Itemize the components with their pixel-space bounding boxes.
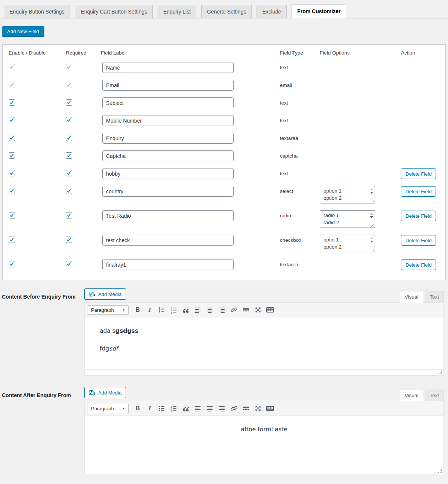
required-checkbox[interactable] <box>66 237 72 243</box>
add-media-button[interactable]: Add Media <box>84 387 126 398</box>
enable-checkbox[interactable] <box>9 261 15 267</box>
paragraph-format-dropdown[interactable]: Paragraph ▼ <box>88 404 129 413</box>
editor-content-area[interactable]: aftoe forml aste <box>85 416 443 468</box>
enable-checkbox[interactable] <box>9 99 15 106</box>
text-tab[interactable]: Text <box>425 390 444 401</box>
tab-enquiry-cart-button-settings[interactable]: Enquiry Cart Button Settings <box>75 5 153 18</box>
field-label-input[interactable] <box>102 235 234 246</box>
align-center-button[interactable] <box>205 305 214 314</box>
enable-checkbox[interactable] <box>9 212 15 218</box>
required-checkbox[interactable] <box>66 117 72 123</box>
visual-tab[interactable]: Visual <box>400 390 424 401</box>
header-enable-disable: Enable / Disable <box>9 50 66 56</box>
required-checkbox[interactable] <box>66 152 72 159</box>
delete-field-button[interactable]: Delete Field <box>401 235 436 246</box>
field-label-input[interactable] <box>102 133 234 144</box>
scroll-down-icon[interactable] <box>370 192 373 194</box>
field-label-input[interactable] <box>102 210 234 221</box>
enable-checkbox[interactable] <box>9 135 15 141</box>
table-row: text <box>3 62 445 73</box>
resize-grip-icon[interactable] <box>371 199 374 203</box>
field-options-textarea[interactable]: radio 1radio 2 <box>320 210 375 228</box>
align-right-button[interactable] <box>217 305 226 314</box>
link-button[interactable] <box>229 404 238 413</box>
enable-checkbox[interactable] <box>9 237 15 243</box>
checkmark-icon <box>9 212 15 218</box>
blockquote-button[interactable]: “ <box>181 305 190 314</box>
field-label-input[interactable] <box>102 80 234 91</box>
tab-general-settings[interactable]: General Settings <box>201 5 252 18</box>
field-type-text: textarea <box>280 135 298 141</box>
field-label-input[interactable] <box>102 150 234 161</box>
editor-resize-grip-icon[interactable] <box>438 370 442 375</box>
field-options-textarea[interactable]: optio 1option 2 <box>320 235 375 252</box>
required-checkbox[interactable] <box>66 135 72 141</box>
blockquote-button[interactable]: “ <box>181 404 190 413</box>
tab-from-customizer[interactable]: From Customizer <box>292 5 346 18</box>
add-new-field-button[interactable]: Add New Field <box>2 26 44 37</box>
scroll-down-icon[interactable] <box>370 241 373 243</box>
delete-field-button[interactable]: Delete Field <box>401 186 436 197</box>
field-label-input[interactable] <box>102 168 234 179</box>
field-label-input[interactable] <box>102 115 234 126</box>
numbered-list-button[interactable]: 123 <box>169 404 178 413</box>
align-right-button[interactable] <box>217 404 226 413</box>
editor-content-area[interactable]: ada sgsdgssfdgsdf <box>85 317 443 369</box>
delete-field-button[interactable]: Delete Field <box>401 168 436 179</box>
table-row: select option 1option 2 Delete Field <box>3 186 445 203</box>
read-more-button[interactable] <box>241 404 251 413</box>
toolbar-toggle-button[interactable] <box>266 305 275 314</box>
delete-field-button[interactable]: Delete Field <box>401 211 436 221</box>
enable-checkbox[interactable] <box>9 152 15 159</box>
required-checkbox[interactable] <box>66 170 72 176</box>
required-checkbox[interactable] <box>66 188 72 194</box>
paragraph-format-dropdown[interactable]: Paragraph ▼ <box>88 305 129 315</box>
add-media-button[interactable]: Add Media <box>84 288 126 300</box>
align-center-button[interactable] <box>205 404 214 413</box>
field-type-text: text <box>280 100 288 106</box>
required-checkbox[interactable] <box>66 99 72 106</box>
required-checkbox[interactable] <box>66 212 72 218</box>
fullscreen-button[interactable] <box>254 305 263 314</box>
italic-button[interactable]: I <box>145 305 154 314</box>
scroll-up-icon[interactable] <box>370 237 373 239</box>
scroll-up-icon[interactable] <box>370 188 373 190</box>
scroll-up-icon[interactable] <box>370 213 373 215</box>
field-type-text: email <box>280 82 292 88</box>
bold-button[interactable]: B <box>133 305 142 314</box>
field-label-input[interactable] <box>102 259 234 270</box>
field-label-input[interactable] <box>102 97 234 108</box>
field-type-text: text <box>280 118 288 123</box>
tab-exclude[interactable]: Exclude <box>257 5 287 18</box>
field-options-textarea[interactable]: option 1option 2 <box>320 186 375 203</box>
tab-enquiry-list[interactable]: Enquiry List <box>158 5 196 18</box>
read-more-button[interactable] <box>241 305 251 314</box>
resize-grip-icon[interactable] <box>371 224 374 227</box>
field-label-input[interactable] <box>102 62 234 73</box>
align-left-button[interactable] <box>193 404 202 413</box>
bulleted-list-button[interactable] <box>157 305 166 314</box>
align-left-button[interactable] <box>193 305 202 314</box>
enable-checkbox[interactable] <box>9 170 15 176</box>
bold-button[interactable]: B <box>133 404 142 413</box>
tab-enquiry-button-settings[interactable]: Enquiry Button Settings <box>4 5 70 18</box>
resize-grip-icon[interactable] <box>371 248 374 252</box>
checkmark-icon <box>66 117 72 123</box>
paragraph-dropdown-value: Paragraph <box>91 406 114 411</box>
link-button[interactable] <box>229 305 238 314</box>
header-field-options: Field Options <box>320 50 401 56</box>
text-tab[interactable]: Text <box>425 291 444 302</box>
editor-resize-grip-icon[interactable] <box>438 469 442 473</box>
numbered-list-button[interactable]: 123 <box>169 305 178 314</box>
bulleted-list-button[interactable] <box>157 404 166 413</box>
visual-tab[interactable]: Visual <box>400 291 424 303</box>
toolbar-toggle-button[interactable] <box>266 404 275 413</box>
field-label-input[interactable] <box>102 186 234 197</box>
delete-field-button[interactable]: Delete Field <box>401 259 436 270</box>
italic-button[interactable]: I <box>145 404 154 413</box>
scroll-down-icon[interactable] <box>370 216 373 218</box>
enable-checkbox[interactable] <box>9 188 15 194</box>
fullscreen-button[interactable] <box>254 404 263 413</box>
required-checkbox[interactable] <box>66 261 72 267</box>
enable-checkbox[interactable] <box>9 117 15 123</box>
